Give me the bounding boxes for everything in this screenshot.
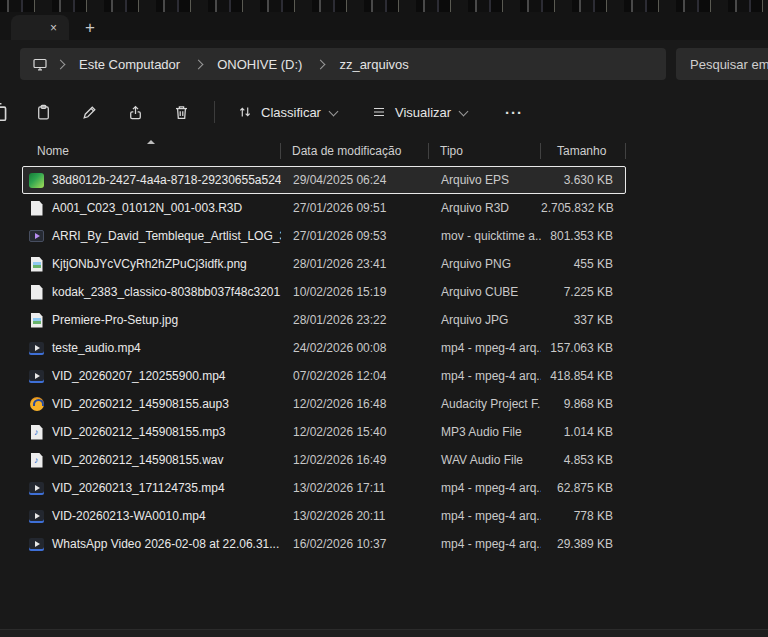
file-list-body: 38d8012b-2427-4a4a-8718-29230655a524....… — [22, 166, 626, 558]
mp4-file-icon — [28, 536, 45, 552]
file-size: 337 KB — [541, 313, 627, 327]
file-size: 418.854 KB — [541, 369, 627, 383]
table-row[interactable]: 38d8012b-2427-4a4a-8718-29230655a524....… — [22, 166, 626, 194]
table-row[interactable]: KjtjONbJYcVCyRh2hZPuCj3idfk.png 28/01/20… — [22, 250, 626, 278]
doc-file-icon — [28, 284, 45, 300]
file-name: ARRI_By_David_Tembleque_Artlist_LOG_3... — [52, 229, 281, 243]
file-type: Arquivo CUBE — [429, 285, 541, 299]
file-name: VID_20260207_120255900.mp4 — [52, 369, 225, 383]
table-row[interactable]: VID_20260212_145908155.aup3 12/02/2026 1… — [22, 390, 626, 418]
wav-file-icon — [28, 452, 45, 468]
table-row[interactable]: ARRI_By_David_Tembleque_Artlist_LOG_3...… — [22, 222, 626, 250]
file-size: 455 KB — [541, 257, 627, 271]
file-name-cell: VID_20260207_120255900.mp4 — [23, 368, 281, 384]
file-name: VID_20260212_145908155.wav — [52, 453, 223, 467]
file-name-cell: A001_C023_01012N_001-003.R3D — [23, 200, 281, 216]
file-date: 24/02/2026 00:08 — [281, 341, 429, 355]
file-type: Arquivo PNG — [429, 257, 541, 271]
chevron-down-icon — [329, 106, 339, 116]
file-date: 16/02/2026 10:37 — [281, 537, 429, 551]
close-tab-icon[interactable]: × — [45, 19, 62, 36]
breadcrumb-chevron-icon[interactable] — [56, 59, 66, 69]
file-size: 801.353 KB — [541, 229, 627, 243]
file-type: mp4 - mpeg-4 arq... — [429, 509, 541, 523]
file-date: 13/02/2026 17:11 — [281, 481, 429, 495]
copy-icon[interactable] — [0, 101, 9, 123]
tab-bar: × + — [0, 12, 768, 40]
column-header-type-label: Tipo — [440, 144, 463, 158]
file-date: 07/02/2026 12:04 — [281, 369, 429, 383]
file-name-cell: KjtjONbJYcVCyRh2hZPuCj3idfk.png — [23, 256, 281, 272]
file-date: 12/02/2026 16:49 — [281, 453, 429, 467]
mp4-file-icon — [28, 480, 45, 496]
column-header-type[interactable]: Tipo — [428, 138, 540, 164]
computer-icon[interactable] — [32, 56, 48, 72]
table-row[interactable]: kodak_2383_classico-8038bb037f48c3201...… — [22, 278, 626, 306]
file-date: 28/01/2026 23:41 — [281, 257, 429, 271]
png-file-icon — [28, 256, 45, 272]
view-button-label: Visualizar — [395, 105, 451, 120]
file-list: Nome Data de modificação Tipo Tamanho 38… — [22, 138, 626, 558]
search-box[interactable] — [676, 48, 768, 80]
table-row[interactable]: VID_20260207_120255900.mp4 07/02/2026 12… — [22, 362, 626, 390]
file-name: Premiere-Pro-Setup.jpg — [52, 313, 178, 327]
file-type: Arquivo R3D — [429, 201, 541, 215]
breadcrumb: Este Computador ONOHIVE (D:) zz_arquivos — [20, 48, 666, 80]
file-name-cell: VID_20260212_145908155.wav — [23, 452, 281, 468]
aup3-file-icon — [28, 396, 45, 412]
share-icon — [127, 104, 144, 121]
table-row[interactable]: VID-20260213-WA0010.mp4 13/02/2026 20:11… — [22, 502, 626, 530]
breadcrumb-chevron-icon[interactable] — [316, 59, 326, 69]
file-name: WhatsApp Video 2026-02-08 at 22.06.31... — [52, 537, 279, 551]
trash-icon — [173, 104, 190, 121]
file-name-cell: VID_20260212_145908155.aup3 — [23, 396, 281, 412]
address-row: Este Computador ONOHIVE (D:) zz_arquivos — [0, 40, 768, 88]
new-tab-button[interactable]: + — [85, 15, 95, 40]
column-header-date-label: Data de modificação — [292, 144, 401, 158]
breadcrumb-chevron-icon[interactable] — [194, 59, 204, 69]
file-name: VID_20260212_145908155.aup3 — [52, 397, 229, 411]
chevron-down-icon — [459, 106, 469, 116]
table-row[interactable]: VID_20260212_145908155.mp3 12/02/2026 15… — [22, 418, 626, 446]
table-row[interactable]: VID_20260213_171124735.mp4 13/02/2026 17… — [22, 474, 626, 502]
rename-button[interactable] — [72, 95, 106, 129]
table-row[interactable]: teste_audio.mp4 24/02/2026 00:08 mp4 - m… — [22, 334, 626, 362]
file-name-cell: ARRI_By_David_Tembleque_Artlist_LOG_3... — [23, 228, 281, 244]
delete-button[interactable] — [164, 95, 198, 129]
breadcrumb-item-drive[interactable]: ONOHIVE (D:) — [211, 54, 308, 75]
file-name: VID-20260213-WA0010.mp4 — [52, 509, 206, 523]
share-button[interactable] — [118, 95, 152, 129]
breadcrumb-item-este-computador[interactable]: Este Computador — [73, 54, 186, 75]
file-type: Arquivo JPG — [429, 313, 541, 327]
table-row[interactable]: VID_20260212_145908155.wav 12/02/2026 16… — [22, 446, 626, 474]
mp4-file-icon — [28, 508, 45, 524]
table-row[interactable]: Premiere-Pro-Setup.jpg 28/01/2026 23:22 … — [22, 306, 626, 334]
table-row[interactable]: WhatsApp Video 2026-02-08 at 22.06.31...… — [22, 530, 626, 558]
sort-button[interactable]: Classificar — [227, 95, 347, 129]
file-size: 778 KB — [541, 509, 627, 523]
file-name: kodak_2383_classico-8038bb037f48c3201... — [52, 285, 281, 299]
file-type: mp4 - mpeg-4 arq... — [429, 369, 541, 383]
file-name: VID_20260212_145908155.mp3 — [52, 425, 225, 439]
mp3-file-icon — [28, 424, 45, 440]
file-size: 62.875 KB — [541, 481, 627, 495]
file-date: 12/02/2026 16:48 — [281, 397, 429, 411]
column-header-name[interactable]: Nome — [22, 138, 280, 164]
file-size: 7.225 KB — [541, 285, 627, 299]
explorer-tab[interactable]: × — [11, 15, 69, 40]
table-row[interactable]: A001_C023_01012N_001-003.R3D 27/01/2026 … — [22, 194, 626, 222]
paste-button[interactable] — [26, 95, 60, 129]
column-header-size[interactable]: Tamanho — [540, 138, 626, 164]
mp4-file-icon — [28, 340, 45, 356]
search-input[interactable] — [688, 56, 768, 73]
column-header-date[interactable]: Data de modificação — [280, 138, 428, 164]
file-date: 13/02/2026 20:11 — [281, 509, 429, 523]
view-button[interactable]: Visualizar — [361, 95, 477, 129]
file-type: mp4 - mpeg-4 arq... — [429, 481, 541, 495]
eps-file-icon — [28, 172, 45, 188]
file-size: 4.853 KB — [541, 453, 627, 467]
doc-file-icon — [28, 200, 45, 216]
column-header-name-label: Nome — [37, 144, 69, 158]
more-options-button[interactable]: ··· — [505, 104, 523, 121]
breadcrumb-item-zz-arquivos[interactable]: zz_arquivos — [333, 54, 414, 75]
